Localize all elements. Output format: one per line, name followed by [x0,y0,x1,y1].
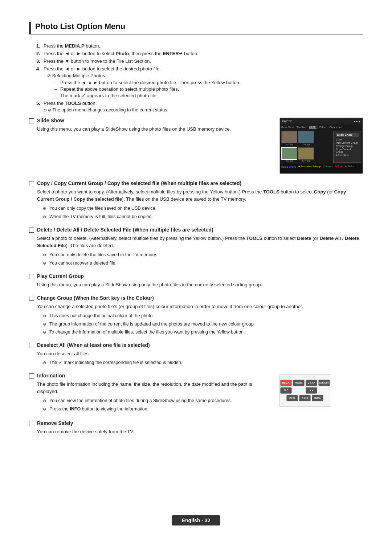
section-slide-show-title: Slide Show [37,118,64,123]
checkbox-icon-copy [29,181,34,186]
delete-notes: You can only delete the files saved in t… [37,251,363,267]
section-change-group: Change Group (When the Sort key is the C… [29,295,363,336]
section-play-current-group: Play Current Group Using this menu, you … [29,273,363,289]
checkbox-icon-cg [29,296,34,301]
checkbox-icon-info [29,373,34,379]
footer-badge: English - 32 [172,515,221,525]
section-pcg-title: Play Current Group [37,273,84,279]
selecting-multiple-note: ⊘ Selecting Multiple Photos Press the ◄ … [44,73,363,98]
tv-thumb-2 [298,131,314,143]
section-delete-title: Delete / Delete All / Delete Selected Fi… [37,227,213,233]
multiple-step-1: Press the ◄ or ► button to select the de… [54,80,363,85]
step-1: 1. Press the MEDIA.P button. [36,43,363,49]
cg-note-3: To change the information of multiple fi… [43,329,363,336]
delete-note-2: You cannot recover a deleted file. [43,260,363,267]
multiple-step-3: The mark ✓ appears to the selected photo… [54,93,363,98]
cg-notes: This does not change the actual colour o… [37,312,363,336]
section-remove-safely: Remove Safely You can remove the device … [29,420,363,435]
checkbox-icon [29,118,34,123]
tv-thumb-1 [281,131,297,143]
remote-btn-dual: DUAL [312,395,323,401]
delete-note-1: You can only delete the files saved in t… [43,251,363,258]
checkbox-icon-pcg [29,274,34,279]
tv-menu-item-changegroup: Change Group [336,144,359,148]
remote-btn-reca: REC.A [280,380,292,386]
section-cg-body: You can change a selected photo file's (… [29,303,363,336]
remote-btn-ep: 匝↗ [280,387,292,394]
step-5: 5. Press the TOOLS button. ⊘ The option … [36,101,363,112]
section-rs-header: Remove Safely [29,420,363,426]
section-slide-show-body: Using this menu, you can play a SlideSho… [29,126,272,133]
copy-note-1: You can only copy the files saved on the… [43,205,363,212]
copy-notes: You can only copy the files saved on the… [37,205,363,220]
checkbox-icon-rs [29,421,34,426]
remote-btn-psize: P.SIZE [299,395,311,401]
tv-bottom-bar: BLU ■ Device ★ Favourites Settings ⊡ Sel… [280,164,363,169]
numbered-steps: 1. Press the MEDIA.P button. 2. Press th… [29,43,363,112]
tv-menu-item-info: Information [336,154,359,157]
section-information: Information The photo file information i… [29,373,363,414]
section-slide-show-header: Slide Show [29,118,272,123]
checkbox-icon-delete [29,228,34,233]
tv-menu-item-playcurrent: Play Current Group [336,141,359,144]
section-delete-header: Delete / Delete All / Delete Selected Fi… [29,227,363,233]
remote-image: REC.A TTX/MIX ▲▼A.P CONTENT 匝↗ ◄◄ INFO P… [279,374,330,407]
section-da-title: Deselect All (When at least one file is … [37,342,150,348]
section-deselect-all: Deselect All (When at least one file is … [29,342,363,366]
section-copy: Copy / Copy Current Group / Copy the sel… [29,180,363,220]
tv-top-bar: PHOTO ● ● ● [280,118,363,124]
section-rs-body: You can remove the device safely from th… [29,428,363,435]
step-2: 2. Press the ◄ or ► button to select Pho… [36,51,363,56]
section-da-header: Deselect All (When at least one file is … [29,342,363,348]
section-delete: Delete / Delete All / Delete Selected Fi… [29,227,363,267]
section-copy-header: Copy / Copy Current Group / Copy the sel… [29,180,363,186]
tv-thumb-4 [298,147,314,160]
tv-menu-item-copycurrent: Copy Current Group [336,148,359,154]
section-copy-title: Copy / Copy Current Group / Copy the sel… [37,180,241,186]
multiple-photos-list: Press the ◄ or ► button to select the de… [47,80,363,98]
remote-btn-empty [293,387,305,394]
remote-btn-ttxmix: TTX/MIX [293,380,305,386]
tv-tabs: Basic View Timeline Colour Folder Prefer… [280,124,363,130]
section-pcg-body: Using this menu, you can play a SlideSho… [29,281,363,289]
section-copy-body: Select a photo you want to copy. (Altern… [29,188,363,220]
info-note-2: Press the INFO button to viewing the inf… [43,406,272,413]
checkbox-icon-da [29,343,34,348]
section-info-title: Information [37,373,65,379]
section-pcg-header: Play Current Group [29,273,363,279]
section-da-body: You can deselect all files. The ✓ mark i… [29,350,363,366]
cg-note-1: This does not change the actual colour o… [43,312,363,319]
section-info-header: Information [29,373,272,379]
tv-thumb-3 [281,147,297,160]
copy-note-2: When the TV memory is full, files cannot… [43,213,363,220]
section-slide-show: Slide Show Using this menu, you can play… [29,118,363,174]
tools-note: ⊘ The option menu changes according to t… [44,107,363,112]
remote-btn-empty2 [318,387,330,394]
section-cg-header: Change Group (When the Sort key is the C… [29,295,363,301]
step-4: 4. Press the ◄ or ► button to select the… [36,66,363,98]
remote-img-container: REC.A TTX/MIX ▲▼A.P CONTENT 匝↗ ◄◄ INFO P… [279,373,363,407]
tv-screenshot: PHOTO ● ● ● Basic View Timeline Colour F… [279,118,363,174]
step-3: 3. Press the ▼ button to move to the Fil… [36,58,363,64]
tv-screenshot-container: PHOTO ● ● ● Basic View Timeline Colour F… [279,118,363,174]
info-note-1: You can view the information of photo fi… [43,397,272,404]
tv-thumbs: 127.jpg 131.jpg 132.jpg 1234.jpg [280,130,332,164]
section-delete-body: Select a photo to delete. (Alternatively… [29,235,363,267]
tv-content-area: 127.jpg 131.jpg 132.jpg 1234.jpg [280,130,363,164]
remote-btn-avap: ▲▼A.P [306,380,317,386]
cg-note-2: The group information of the current fil… [43,321,363,328]
section-rs-title: Remove Safely [37,420,73,426]
tv-menu: Slide Show Copy Play Current Group Chang… [333,131,361,163]
section-cg-title: Change Group (When the Sort key is the C… [37,295,154,301]
tv-menu-title: Slide Show [336,133,359,137]
remote-btn-info: INFO [286,395,298,401]
tv-menu-item-copy: Copy [336,138,359,141]
footer: English - 32 [0,515,392,525]
section-info-body: The photo file information including the… [29,381,272,413]
info-notes: You can view the information of photo fi… [37,397,272,413]
page-title: Photo List Option Menu [29,22,363,34]
da-note-1: The ✓ mark indicating the corresponding … [43,359,363,366]
remote-btn-rr: ◄◄ [306,387,317,394]
da-notes: The ✓ mark indicating the corresponding … [37,359,363,366]
multiple-step-2: Repeat the above operation to select mul… [54,86,363,92]
